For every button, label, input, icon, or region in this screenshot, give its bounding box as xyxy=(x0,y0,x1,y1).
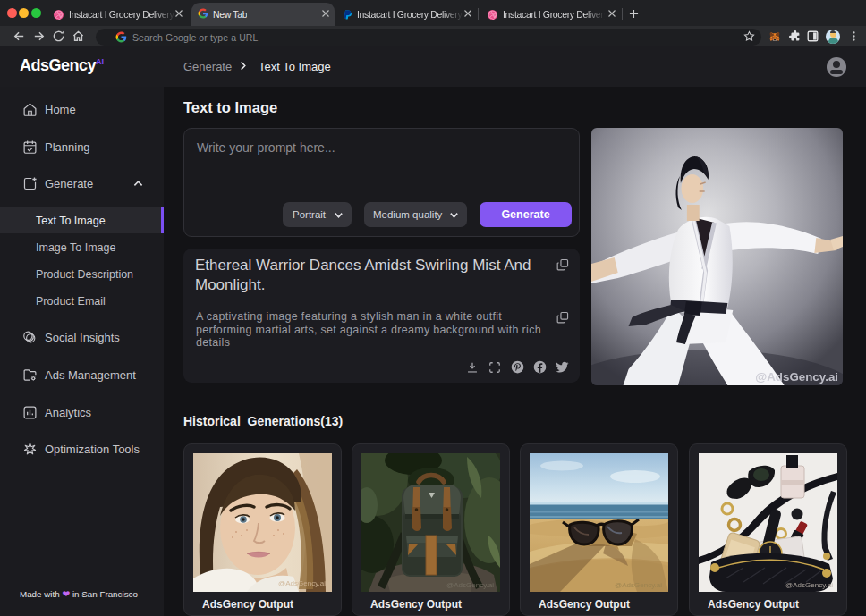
svg-text:@AdsGency.ai: @AdsGency.ai xyxy=(615,581,662,589)
svg-text:@AdsGency.ai: @AdsGency.ai xyxy=(755,370,838,384)
svg-text:@AdsGency.ai: @AdsGency.ai xyxy=(785,581,833,589)
svg-text:@AdsGency.ai: @AdsGency.ai xyxy=(446,581,494,589)
svg-text:@AdsGency.ai: @AdsGency.ai xyxy=(278,579,326,587)
